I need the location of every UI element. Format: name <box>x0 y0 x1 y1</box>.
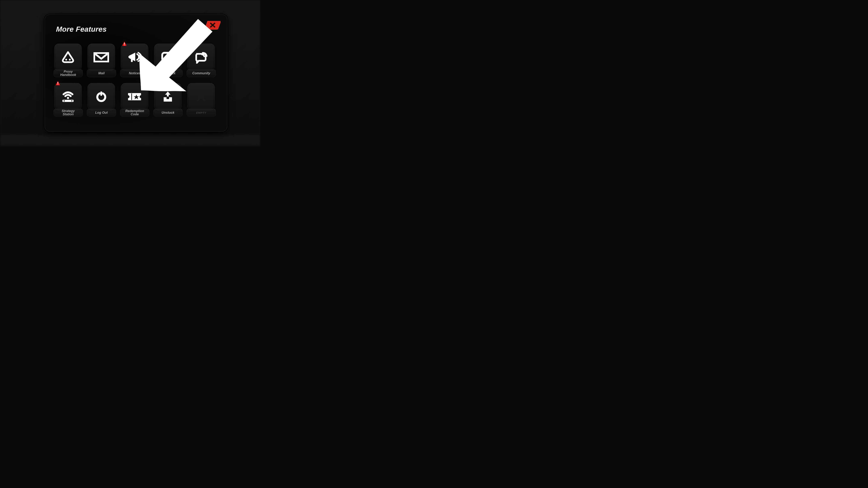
tile-strategy-station[interactable]: Strategy Station <box>54 81 83 117</box>
tile-label: Unstuck <box>161 111 174 114</box>
tile-label: Mail <box>98 72 104 75</box>
tile-surface <box>154 83 182 110</box>
tile-label-wrap: EMPTY <box>187 109 216 117</box>
ticket-icon <box>127 92 143 102</box>
tile-mail[interactable]: Mail <box>87 42 116 77</box>
tile-label-wrap: Mail <box>87 69 116 77</box>
tile-label-wrap: Proxy Handbook <box>54 69 83 77</box>
x-slot-icon <box>195 91 207 102</box>
tile-surface <box>88 83 115 110</box>
modal-title: More Features <box>56 25 107 33</box>
close-button[interactable] <box>205 21 221 30</box>
svg-rect-19 <box>100 92 102 96</box>
svg-rect-7 <box>131 59 133 62</box>
svg-point-12 <box>67 97 69 99</box>
tile-proxy-handbook[interactable]: Proxy Handbook <box>54 42 83 77</box>
svg-rect-22 <box>166 97 169 99</box>
tile-unstuck[interactable]: Unstuck <box>153 81 183 117</box>
feedback-icon <box>161 51 175 63</box>
more-features-modal: More Features <box>45 14 227 132</box>
svg-rect-11 <box>58 84 58 85</box>
tile-empty-slot[interactable]: EMPTY <box>187 81 216 117</box>
tile-label-wrap: Unstuck <box>153 109 183 117</box>
notification-badge <box>55 80 60 86</box>
tile-label-wrap: Log Out <box>87 109 116 117</box>
proxy-handbook-icon <box>61 51 75 64</box>
tile-feedback[interactable]: Feedback <box>153 42 183 77</box>
tile-surface <box>187 83 215 110</box>
tile-surface <box>187 43 215 71</box>
tile-community[interactable]: Community <box>187 42 216 77</box>
tile-notices[interactable]: Notices <box>120 42 149 77</box>
svg-point-14 <box>64 100 65 101</box>
svg-point-15 <box>71 100 72 101</box>
svg-rect-5 <box>124 43 125 44</box>
tile-label-wrap: Redemption Code <box>120 109 149 117</box>
svg-rect-9 <box>165 56 170 58</box>
unstuck-icon <box>162 91 174 103</box>
tile-label: Feedback <box>160 72 176 75</box>
svg-rect-6 <box>124 45 125 45</box>
tile-label-wrap: Feedback <box>153 69 183 77</box>
notification-badge <box>122 41 127 46</box>
tile-label-wrap: Notices <box>120 69 149 77</box>
tile-label: Redemption Code <box>125 109 144 116</box>
wifi-station-icon <box>61 91 75 103</box>
community-icon <box>194 51 208 64</box>
tile-label: Strategy Station <box>62 109 75 116</box>
features-grid: Proxy Handbook Mail <box>54 42 216 117</box>
tile-label: Notices <box>129 72 141 75</box>
tile-surface <box>54 83 82 110</box>
tile-label: Community <box>192 72 210 75</box>
tile-redemption-code[interactable]: Redemption Code <box>120 81 149 117</box>
svg-rect-10 <box>58 82 58 84</box>
svg-point-2 <box>65 59 67 61</box>
tile-log-out[interactable]: Log Out <box>87 81 116 117</box>
megaphone-icon <box>127 52 142 63</box>
close-icon <box>205 21 221 30</box>
svg-point-3 <box>69 59 71 61</box>
tile-surface <box>121 83 148 110</box>
tile-surface <box>121 43 148 71</box>
power-icon <box>95 91 107 103</box>
tile-surface <box>154 43 182 71</box>
tile-label: Proxy Handbook <box>60 70 76 76</box>
tile-label: EMPTY <box>196 111 207 114</box>
mail-icon <box>93 52 109 62</box>
svg-rect-20 <box>131 93 132 100</box>
tile-surface <box>88 43 115 71</box>
tile-label-wrap: Community <box>187 69 216 77</box>
tile-label-wrap: Strategy Station <box>54 109 83 117</box>
tile-surface <box>54 43 82 71</box>
tile-label: Log Out <box>95 111 108 114</box>
